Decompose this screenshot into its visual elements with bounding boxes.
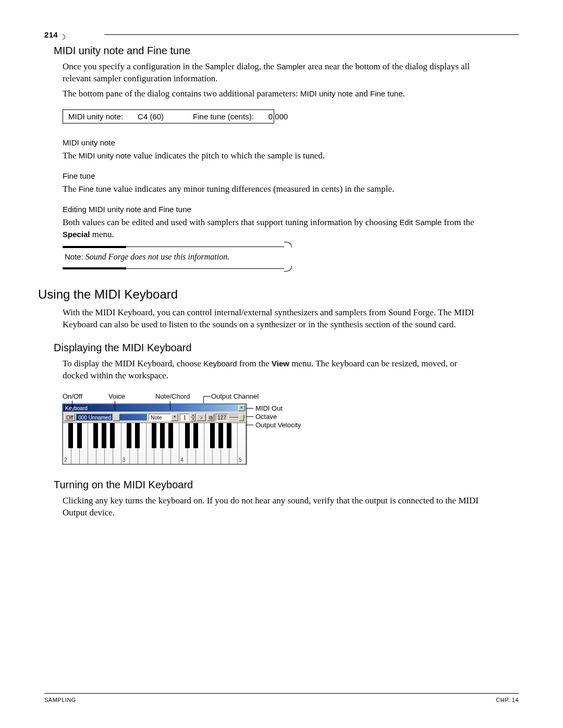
- keyboard-window: Keyboard × Off 000 Unnamed ▾ Note ▾ 1 ▴▾: [63, 404, 247, 464]
- page-footer: SAMPLING CHP. 14: [44, 693, 519, 703]
- note-label: Note:: [65, 252, 83, 261]
- paragraph: The Fine tune value indicates any minor …: [63, 183, 480, 195]
- channel-spinner[interactable]: ▴▾: [190, 413, 195, 422]
- callout-voice: Voice: [108, 392, 125, 400]
- header-rule: [104, 34, 519, 35]
- ui-term-keyboard: Keyboard: [203, 359, 237, 368]
- window-title: Keyboard: [64, 405, 88, 411]
- keyboard-toolbar: Off 000 Unnamed ▾ Note ▾ 1 ▴▾ ♪ ⧉ 127: [63, 412, 246, 423]
- velocity-value: 127: [216, 415, 228, 421]
- paragraph: Clicking any key turns the keyboard on. …: [63, 495, 480, 519]
- paragraph: The bottom pane of the dialog contains t…: [63, 88, 480, 100]
- note-box: Note: Sound Forge does not use this info…: [63, 246, 292, 272]
- ui-term-midi-unity-note: MIDI unity note: [300, 89, 353, 98]
- heading-displaying-midi-keyboard: Displaying the MIDI Keyboard: [54, 342, 519, 354]
- paragraph: The MIDI unity note value indicates the …: [63, 150, 480, 162]
- paragraph: To display the MIDI Keyboard, choose Key…: [63, 358, 480, 382]
- heading-using-midi-keyboard: Using the MIDI Keyboard: [38, 287, 519, 302]
- page-header: 214: [44, 30, 519, 41]
- footer-right: CHP. 14: [496, 697, 519, 703]
- callout-labels-top: On/Off Voice Note/Chord Output Channel: [63, 392, 323, 404]
- menu-view: View: [272, 359, 289, 368]
- fine-tune-value: 0.000: [268, 112, 288, 121]
- paragraph: With the MIDI Keyboard, you can control …: [63, 307, 480, 331]
- piano-keys[interactable]: 2 3 4 5: [63, 423, 246, 464]
- paragraph: Both values can be edited and used with …: [63, 217, 480, 241]
- midi-out-button[interactable]: ⧉: [207, 414, 214, 421]
- footer-left: SAMPLING: [44, 697, 76, 703]
- ui-term-edit-sample: Edit Sample: [399, 218, 442, 227]
- paragraph: Once you specify a configuration in the …: [63, 61, 480, 85]
- heading-editing-midi-fine-tune: Editing MIDI unity note and Fine tune: [63, 205, 519, 214]
- menu-special: Special: [63, 230, 90, 239]
- callout-midi-out: MIDI Out: [255, 404, 283, 412]
- page-number-decoration: [61, 32, 70, 39]
- heading-midi-unity-fine: MIDI unity note and Fine tune: [54, 45, 519, 57]
- page-number: 214: [44, 30, 58, 39]
- callout-onoff: On/Off: [63, 392, 82, 400]
- chevron-down-icon[interactable]: ▾: [113, 414, 120, 421]
- output-velocity-slider[interactable]: [229, 414, 245, 421]
- heading-midi-unity-note: MIDI unity note: [63, 138, 519, 147]
- ui-term-sampler: Sampler: [276, 62, 305, 71]
- keyboard-titlebar: Keyboard ×: [63, 404, 246, 412]
- callout-notechord: Note/Chord: [155, 392, 190, 400]
- output-channel-value[interactable]: 1: [180, 415, 189, 421]
- voice-combo[interactable]: 000 Unnamed: [77, 415, 113, 421]
- callout-octave: Octave: [255, 413, 277, 421]
- close-button[interactable]: ×: [238, 405, 245, 411]
- midi-unity-note-label: MIDI unity note:: [68, 112, 123, 121]
- note-text: Sound Forge does not use this informatio…: [83, 252, 229, 261]
- callout-output-velocity: Output Velocity: [255, 421, 301, 429]
- ui-term-fine-tune: Fine tune: [370, 89, 403, 98]
- heading-turning-on-midi-keyboard: Turning on the MIDI Keyboard: [54, 479, 519, 491]
- heading-fine-tune: Fine tune: [63, 171, 519, 180]
- notechord-combo[interactable]: Note: [149, 415, 171, 421]
- chevron-down-icon[interactable]: ▾: [171, 414, 178, 421]
- midi-unity-note-value: C4 (60): [138, 112, 164, 121]
- fine-tune-label: Fine tune (cents):: [193, 112, 254, 121]
- figure-midi-keyboard: On/Off Voice Note/Chord Output Channel K…: [63, 392, 323, 464]
- onoff-button[interactable]: Off: [64, 414, 75, 421]
- octave-button[interactable]: ♪: [197, 414, 206, 421]
- callout-output-channel: Output Channel: [211, 392, 259, 400]
- figure-midi-params-pane: MIDI unity note: C4 (60) Fine tune (cent…: [63, 109, 274, 124]
